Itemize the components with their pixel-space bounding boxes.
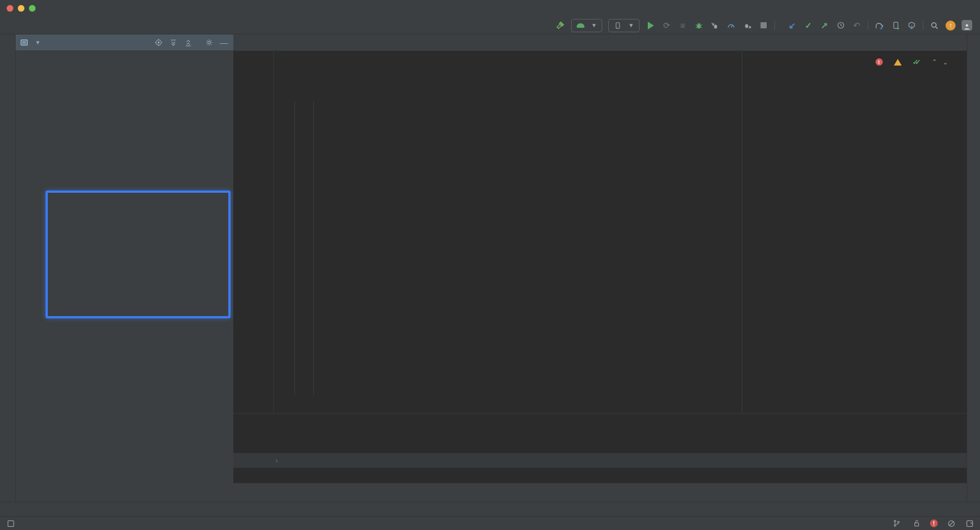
code-area[interactable] <box>233 51 967 414</box>
status-bar: ! <box>0 516 980 530</box>
android-studio-window: ▼ ▼ ⟳ ≡ ↙ <box>0 0 980 530</box>
manifest-view-tabs <box>233 483 967 502</box>
tabs-row: ▼ — <box>16 34 967 51</box>
apply-changes-icon[interactable]: ⟳ <box>662 21 672 31</box>
gradle-sync-icon[interactable] <box>874 21 884 31</box>
history-clock-icon[interactable] <box>836 21 846 31</box>
select-opened-file-icon[interactable] <box>153 38 163 48</box>
project-tree <box>16 51 233 59</box>
tool-window-switcher-icon[interactable] <box>6 518 16 528</box>
build-hammer-icon[interactable] <box>555 21 565 31</box>
avatar[interactable] <box>962 20 972 31</box>
update-available-icon[interactable]: ↑ <box>946 21 956 31</box>
close-window-icon[interactable] <box>7 5 13 12</box>
attach-debugger-icon[interactable] <box>710 21 720 31</box>
previous-problem-icon[interactable]: ⌃ <box>932 58 937 66</box>
error-count-icon: ! <box>876 58 883 66</box>
profile-with-low-overhead-icon[interactable] <box>742 21 752 31</box>
sdk-manager-icon[interactable] <box>907 21 917 31</box>
annotation-highlight-box <box>46 191 231 318</box>
git-branch-widget[interactable] <box>893 519 903 527</box>
title-bar <box>0 0 980 17</box>
event-log-icon[interactable] <box>964 518 974 528</box>
highlighting-level-icon[interactable] <box>946 518 956 528</box>
inspections-widget[interactable]: ! ✓✓ ⌃ ⌃ <box>876 58 948 66</box>
git-update-icon[interactable]: ↙ <box>787 21 797 31</box>
right-margin-guide <box>742 51 742 414</box>
device-manager-icon[interactable] <box>891 21 901 31</box>
profiler-icon[interactable] <box>726 21 736 31</box>
next-problem-icon[interactable]: ⌃ <box>943 58 948 66</box>
git-branch-icon <box>893 519 901 527</box>
git-push-icon[interactable]: ↗ <box>819 21 829 31</box>
error-stripe[interactable] <box>959 51 966 414</box>
run-toolbar: ▼ ▼ ⟳ ≡ ↙ <box>555 19 972 32</box>
debug-button[interactable] <box>694 21 704 31</box>
search-everywhere-icon[interactable] <box>929 21 939 31</box>
rollback-icon[interactable]: ↶ <box>852 21 862 31</box>
left-tool-stripe <box>0 34 16 502</box>
editor-tab-strip <box>233 34 967 51</box>
expand-all-icon[interactable] <box>168 38 178 48</box>
chevron-down-icon: ▼ <box>628 22 634 28</box>
xml-breadcrumbs: › <box>233 453 967 468</box>
phone-icon <box>614 22 622 29</box>
android-icon <box>577 23 584 28</box>
stop-button[interactable] <box>758 21 768 31</box>
window-controls <box>0 5 36 12</box>
passed-check-icon: ✓✓ <box>913 58 921 66</box>
project-view-select[interactable]: ▼ <box>20 38 41 47</box>
editor: ! ✓✓ ⌃ ⌃ › <box>233 51 967 502</box>
warning-count-icon <box>894 59 902 66</box>
unlocked-icon[interactable] <box>912 518 922 528</box>
settings-gear-icon[interactable] <box>204 38 214 48</box>
run-configuration-select[interactable]: ▼ <box>571 19 602 32</box>
minimize-window-icon[interactable] <box>18 5 24 12</box>
chevron-down-icon: ▼ <box>35 39 41 46</box>
right-tool-stripe <box>967 34 980 502</box>
chevron-down-icon: ▼ <box>591 22 597 28</box>
apply-code-changes-icon[interactable]: ≡ <box>678 21 688 31</box>
run-button[interactable] <box>646 21 656 31</box>
git-commit-check-icon[interactable]: ✓ <box>803 21 813 31</box>
device-select[interactable]: ▼ <box>608 19 639 32</box>
project-panel <box>16 51 233 502</box>
analysis-error-icon[interactable]: ! <box>930 519 938 527</box>
maximize-window-icon[interactable] <box>29 5 36 12</box>
main-toolbar: ▼ ▼ ⟳ ≡ ↙ <box>0 17 980 34</box>
hide-panel-icon[interactable]: — <box>219 38 229 48</box>
project-panel-header: ▼ — <box>16 34 233 51</box>
tool-window-bar <box>0 502 980 516</box>
collapse-all-icon[interactable] <box>183 38 193 48</box>
